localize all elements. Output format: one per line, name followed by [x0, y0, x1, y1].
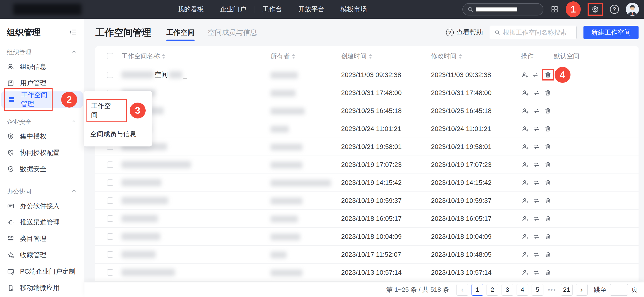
- delete-icon[interactable]: [544, 71, 552, 79]
- add-member-icon[interactable]: [521, 215, 529, 223]
- page-button[interactable]: 4: [516, 284, 528, 296]
- transfer-owner-icon[interactable]: [532, 125, 540, 133]
- topnav-item[interactable]: 工作台: [254, 5, 290, 14]
- avatar[interactable]: [626, 3, 639, 16]
- transfer-owner-icon[interactable]: [531, 71, 539, 79]
- add-member-icon[interactable]: [521, 179, 529, 187]
- sidebar-item-label: 集中授权: [20, 132, 46, 141]
- select-all-checkbox[interactable]: [107, 53, 113, 59]
- transfer-owner-icon[interactable]: [532, 89, 540, 97]
- add-member-icon[interactable]: [521, 197, 529, 205]
- tab-inactive[interactable]: 空间成员与信息: [208, 19, 257, 46]
- sidebar-group-label[interactable]: 办公协同: [0, 187, 84, 196]
- row-checkbox[interactable]: [107, 179, 113, 186]
- topnav-item[interactable]: 我的看板: [170, 5, 212, 14]
- add-member-icon[interactable]: [521, 125, 529, 133]
- delete-icon[interactable]: [544, 250, 552, 259]
- transfer-owner-icon[interactable]: [532, 161, 540, 169]
- transfer-owner-icon[interactable]: [532, 197, 540, 205]
- add-member-icon[interactable]: [521, 161, 529, 169]
- row-checkbox[interactable]: [107, 269, 113, 276]
- delete-icon[interactable]: [544, 179, 552, 187]
- next-page-button[interactable]: ›: [576, 284, 588, 296]
- delete-icon[interactable]: [544, 232, 552, 241]
- sidebar-item[interactable]: PC端企业门户定制: [1, 263, 82, 280]
- transfer-owner-icon[interactable]: [532, 143, 540, 151]
- menu-fold-icon[interactable]: [69, 28, 77, 37]
- global-search-input[interactable]: [476, 7, 517, 11]
- topnav-item[interactable]: 企业门户: [212, 5, 254, 14]
- add-member-icon[interactable]: [521, 250, 529, 259]
- delete-icon[interactable]: [544, 161, 552, 169]
- delete-icon[interactable]: [544, 215, 552, 223]
- workspace-search-input[interactable]: [503, 29, 572, 36]
- page-button[interactable]: 2: [486, 284, 498, 296]
- add-member-icon[interactable]: [521, 89, 529, 97]
- popup-menu-item[interactable]: 工作空间3: [84, 95, 152, 126]
- add-member-icon[interactable]: [521, 268, 529, 277]
- delete-icon[interactable]: [544, 197, 552, 205]
- topnav-item[interactable]: 开放平台: [290, 5, 332, 14]
- view-help-link[interactable]: ? 查看帮助: [446, 28, 483, 37]
- page-button[interactable]: 3: [502, 284, 514, 296]
- delete-icon[interactable]: [544, 143, 552, 151]
- sidebar-item[interactable]: 移动端微应用: [1, 280, 82, 296]
- tab-active[interactable]: 工作空间: [166, 19, 194, 46]
- popup-menu-item[interactable]: 空间成员与信息: [84, 126, 152, 142]
- global-search[interactable]: [462, 3, 544, 15]
- column-header[interactable]: 创建时间: [341, 52, 431, 60]
- sidebar-group-label[interactable]: 企业安全: [0, 118, 84, 126]
- transfer-owner-icon[interactable]: [532, 215, 540, 223]
- sidebar-item[interactable]: 数据安全: [1, 161, 82, 177]
- apps-grid-icon[interactable]: [550, 5, 559, 14]
- sidebar-item[interactable]: 类目管理: [1, 231, 82, 247]
- sidebar-item[interactable]: 办公软件接入: [1, 198, 82, 214]
- annotation-step-1: 1: [566, 1, 581, 17]
- sort-icon[interactable]: [292, 54, 295, 59]
- row-checkbox[interactable]: [107, 233, 113, 240]
- sidebar-group-label[interactable]: 组织管理: [0, 48, 84, 56]
- delete-icon[interactable]: [544, 268, 552, 277]
- sidebar-item[interactable]: 工作空间管理2: [1, 91, 82, 108]
- gear-icon[interactable]: [591, 5, 600, 14]
- sidebar-item[interactable]: 集中授权: [1, 128, 82, 145]
- column-label: 工作空间名称: [122, 52, 160, 60]
- transfer-owner-icon[interactable]: [532, 232, 540, 241]
- page-button[interactable]: 1: [472, 284, 483, 296]
- row-checkbox[interactable]: [107, 215, 113, 222]
- sidebar-item[interactable]: 协同授权配置: [1, 145, 82, 161]
- page-ellipsis[interactable]: •••: [546, 286, 558, 293]
- row-checkbox[interactable]: [107, 251, 113, 258]
- add-member-icon[interactable]: [521, 232, 529, 241]
- add-member-icon[interactable]: [521, 71, 528, 79]
- page-button[interactable]: 21: [561, 284, 572, 296]
- sort-icon[interactable]: [162, 54, 165, 59]
- add-member-icon[interactable]: [521, 107, 529, 115]
- add-member-icon[interactable]: [521, 143, 529, 151]
- row-checkbox[interactable]: [107, 72, 113, 78]
- create-workspace-button[interactable]: 新建工作空间: [584, 26, 638, 39]
- column-header[interactable]: 工作空间名称: [122, 52, 270, 60]
- sidebar-item[interactable]: 收藏管理: [1, 247, 82, 263]
- transfer-owner-icon[interactable]: [532, 107, 540, 115]
- sidebar-item[interactable]: 推送渠道管理: [1, 214, 82, 231]
- transfer-owner-icon[interactable]: [532, 250, 540, 259]
- jump-page-input[interactable]: [610, 284, 628, 296]
- prev-page-button[interactable]: ‹: [456, 284, 468, 296]
- transfer-owner-icon[interactable]: [532, 268, 540, 277]
- page-button[interactable]: 5: [532, 284, 544, 296]
- row-checkbox[interactable]: [107, 161, 113, 168]
- delete-icon[interactable]: [544, 89, 552, 97]
- sort-icon[interactable]: [369, 54, 372, 59]
- column-header[interactable]: 修改时间: [431, 52, 521, 60]
- topnav-item[interactable]: 模板市场: [332, 5, 375, 14]
- sort-icon[interactable]: [459, 54, 462, 59]
- column-header[interactable]: 所有者: [270, 52, 341, 60]
- help-icon[interactable]: ?: [610, 5, 619, 14]
- workspace-search[interactable]: [490, 26, 577, 39]
- sidebar-item[interactable]: 组织信息: [1, 59, 82, 75]
- delete-icon[interactable]: [544, 125, 552, 133]
- delete-icon[interactable]: [544, 107, 552, 115]
- transfer-owner-icon[interactable]: [532, 179, 540, 187]
- row-checkbox[interactable]: [107, 197, 113, 204]
